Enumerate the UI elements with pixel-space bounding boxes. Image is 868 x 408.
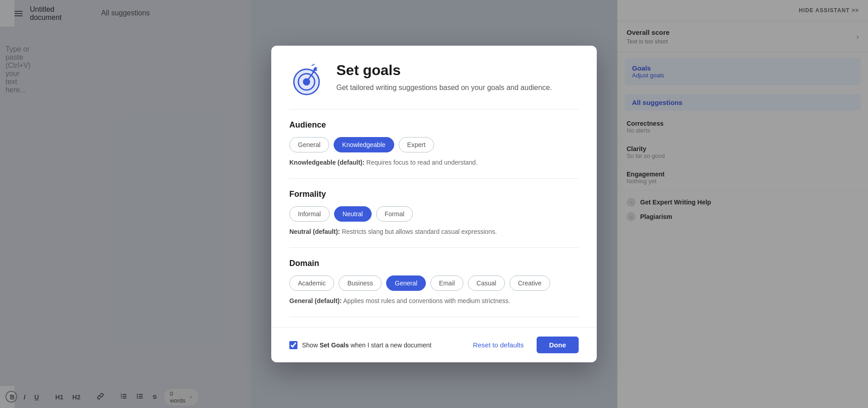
formality-informal-button[interactable]: Informal xyxy=(289,206,330,222)
reset-to-defaults-button[interactable]: Reset to defaults xyxy=(466,337,531,353)
domain-business-button[interactable]: Business xyxy=(339,275,382,291)
svg-line-18 xyxy=(312,64,314,66)
show-goals-checkbox-wrap: Show Set Goals when I start a new docume… xyxy=(289,341,431,349)
formality-description: Neutral (default): Restricts slang but a… xyxy=(289,227,579,237)
done-button[interactable]: Done xyxy=(537,337,579,353)
svg-marker-17 xyxy=(313,66,317,71)
formality-options: Informal Neutral Formal xyxy=(289,206,579,222)
formality-label: Formality xyxy=(289,190,579,199)
domain-academic-button[interactable]: Academic xyxy=(289,275,334,291)
domain-creative-button[interactable]: Creative xyxy=(509,275,550,291)
svg-line-19 xyxy=(314,68,317,68)
domain-general-button[interactable]: General xyxy=(386,275,426,291)
domain-label: Domain xyxy=(289,259,579,268)
modal-description: Get tailored writing suggestions based o… xyxy=(336,82,579,93)
audience-label: Audience xyxy=(289,120,579,130)
audience-desc-text: Requires focus to read and understand. xyxy=(366,159,477,166)
domain-desc-label: General (default): xyxy=(289,297,342,304)
domain-description: General (default): Applies most rules an… xyxy=(289,296,579,306)
audience-section: Audience General Knowledgeable Expert Kn… xyxy=(289,109,579,178)
footer-actions: Reset to defaults Done xyxy=(466,337,579,353)
formality-desc-text: Restricts slang but allows standard casu… xyxy=(342,228,497,235)
formality-neutral-button[interactable]: Neutral xyxy=(334,206,372,222)
domain-options: Academic Business General Email Casual C… xyxy=(289,275,579,291)
formality-desc-label: Neutral (default): xyxy=(289,228,340,235)
domain-casual-button[interactable]: Casual xyxy=(468,275,505,291)
set-goals-bold: Set Goals xyxy=(320,342,349,349)
formality-formal-button[interactable]: Formal xyxy=(376,206,413,222)
audience-options: General Knowledgeable Expert xyxy=(289,137,579,152)
modal-body: Audience General Knowledgeable Expert Kn… xyxy=(271,109,597,327)
intent-section: Intent Inform Describe Convince Tell A S… xyxy=(289,317,579,327)
modal-icon xyxy=(289,62,326,98)
audience-expert-button[interactable]: Expert xyxy=(399,137,434,152)
formality-section: Formality Informal Neutral Formal Neutra… xyxy=(289,178,579,247)
audience-desc-label: Knowledgeable (default): xyxy=(289,159,364,166)
audience-description: Knowledgeable (default): Requires focus … xyxy=(289,158,579,167)
show-goals-label: Show Set Goals when I start a new docume… xyxy=(302,342,431,349)
modal-footer: Show Set Goals when I start a new docume… xyxy=(271,327,597,362)
modal-title: Set goals xyxy=(336,62,579,79)
show-goals-checkbox[interactable] xyxy=(289,341,297,349)
modal-header: Set goals Get tailored writing suggestio… xyxy=(271,46,597,109)
domain-email-button[interactable]: Email xyxy=(430,275,463,291)
audience-general-button[interactable]: General xyxy=(289,137,329,152)
modal-title-wrap: Set goals Get tailored writing suggestio… xyxy=(336,62,579,93)
domain-section: Domain Academic Business General Email C… xyxy=(289,247,579,317)
set-goals-modal: Set goals Get tailored writing suggestio… xyxy=(271,46,597,362)
domain-desc-text: Applies most rules and conventions with … xyxy=(343,297,510,304)
modal-overlay: Set goals Get tailored writing suggestio… xyxy=(0,0,868,408)
audience-knowledgeable-button[interactable]: Knowledgeable xyxy=(334,137,394,152)
